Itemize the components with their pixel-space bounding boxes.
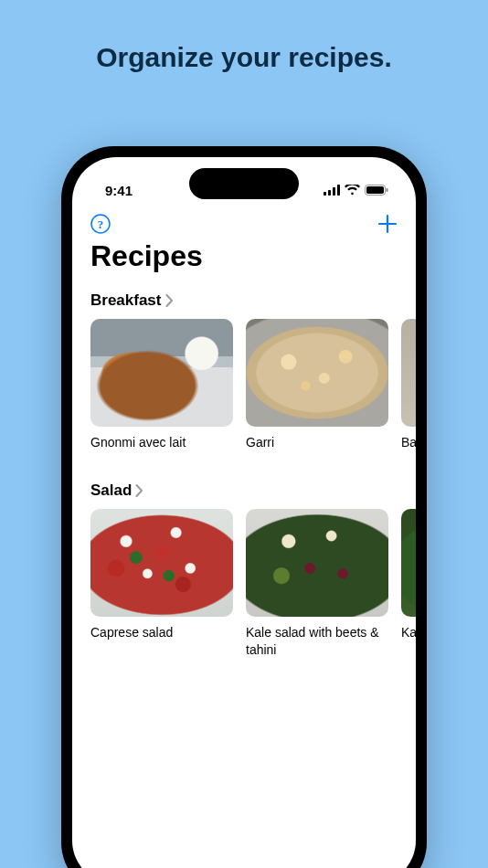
- section-header-salad[interactable]: Salad: [72, 474, 416, 509]
- add-button[interactable]: [377, 214, 398, 234]
- help-button[interactable]: ?: [90, 214, 111, 234]
- recipe-card[interactable]: Kale mang: [401, 509, 416, 659]
- svg-rect-5: [366, 186, 384, 194]
- status-time: 9:41: [105, 183, 133, 198]
- section-breakfast: Breakfast Gnonmi avec lait Garri: [72, 284, 416, 467]
- marketing-tagline: Organize your recipes.: [0, 0, 488, 73]
- recipe-card[interactable]: Caprese salad: [90, 509, 233, 659]
- svg-rect-1: [328, 190, 331, 196]
- wifi-icon: [345, 185, 360, 196]
- section-title: Salad: [90, 482, 132, 500]
- recipe-card[interactable]: Gnonmi avec lait: [90, 319, 233, 467]
- chevron-right-icon: [135, 484, 143, 497]
- chevron-right-icon: [165, 294, 174, 307]
- cellular-icon: [324, 185, 340, 196]
- recipe-thumbnail: [90, 319, 233, 427]
- dynamic-island: [189, 168, 299, 199]
- recipe-thumbnail: [401, 509, 416, 617]
- recipe-thumbnail: [90, 509, 233, 617]
- content[interactable]: Breakfast Gnonmi avec lait Garri: [72, 284, 416, 868]
- section-header-breakfast[interactable]: Breakfast: [72, 284, 416, 319]
- recipe-thumbnail: [246, 509, 388, 617]
- recipe-name: Bana: [401, 427, 416, 467]
- svg-rect-3: [337, 185, 340, 196]
- section-salad: Salad Caprese salad Kale salad with beet…: [72, 474, 416, 659]
- recipe-thumbnail: [401, 319, 416, 427]
- svg-rect-6: [387, 188, 388, 192]
- section-title: Breakfast: [90, 291, 162, 310]
- recipe-card[interactable]: Kale salad with beets & tahini: [246, 509, 388, 659]
- status-right: [324, 185, 388, 196]
- svg-rect-0: [324, 192, 326, 196]
- page-title: Recipes: [72, 238, 416, 284]
- battery-icon: [365, 185, 388, 196]
- phone-frame: 9:41 ? Recipes: [61, 146, 427, 868]
- recipe-name: Kale salad with beets & tahini: [246, 617, 388, 659]
- recipe-row-breakfast[interactable]: Gnonmi avec lait Garri Bana: [72, 319, 416, 467]
- recipe-thumbnail: [246, 319, 388, 427]
- recipe-name: Gnonmi avec lait: [90, 427, 233, 467]
- svg-text:?: ?: [98, 217, 104, 231]
- phone-screen: 9:41 ? Recipes: [72, 157, 416, 868]
- recipe-name: Caprese salad: [90, 617, 233, 657]
- nav-bar: ?: [72, 206, 416, 238]
- recipe-card[interactable]: Bana: [401, 319, 416, 467]
- recipe-name: Garri: [246, 427, 388, 467]
- recipe-row-salad[interactable]: Caprese salad Kale salad with beets & ta…: [72, 509, 416, 659]
- recipe-name: Kale mang: [401, 617, 416, 657]
- svg-rect-2: [333, 187, 335, 196]
- recipe-card[interactable]: Garri: [246, 319, 388, 467]
